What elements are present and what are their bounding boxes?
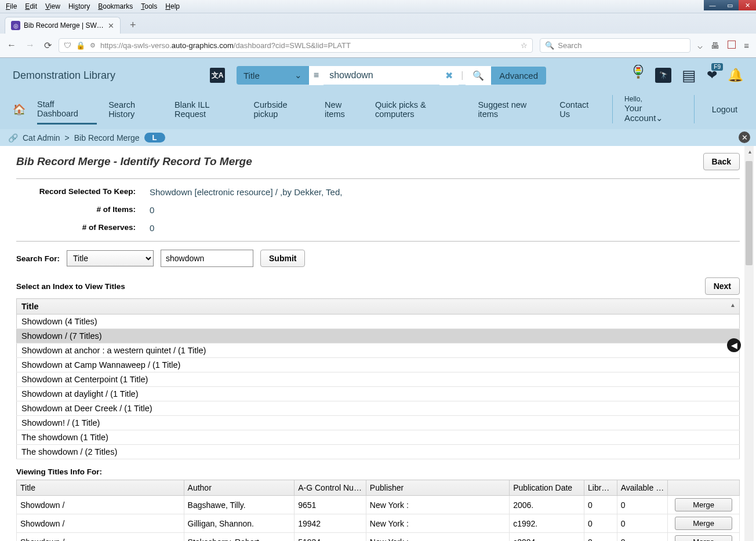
nav-staff-dashboard[interactable]: Staff Dashboard: [37, 100, 97, 125]
next-button[interactable]: Next: [705, 277, 740, 295]
index-row-text: Showdown at Deer Creek / (1 Title): [17, 401, 740, 416]
merge-button[interactable]: Merge: [675, 498, 732, 511]
scrollbar[interactable]: ▴: [744, 146, 754, 541]
search-for-type-select[interactable]: Title: [67, 250, 154, 266]
menu-history[interactable]: History: [65, 1, 93, 12]
search-for-input[interactable]: [161, 250, 253, 267]
titles-header-cell[interactable]: Title: [17, 480, 184, 496]
submit-button[interactable]: Submit: [260, 250, 305, 267]
menu-bookmarks[interactable]: Bookmarks: [94, 1, 136, 12]
search-go-icon[interactable]: 🔍: [466, 66, 491, 85]
favorites-icon[interactable]: ❤F9: [707, 68, 717, 83]
balloon-icon[interactable]: [632, 65, 645, 86]
viewing-label: Viewing Titles Info For:: [16, 467, 740, 476]
home-icon[interactable]: 🏠: [13, 103, 26, 116]
nav-curbside[interactable]: Curbside pickup: [253, 100, 313, 119]
catalog-search-input[interactable]: [324, 66, 439, 85]
table-cell: 2006.: [510, 496, 584, 514]
index-row[interactable]: Showdown (4 Titles): [17, 315, 740, 329]
merge-button[interactable]: Merge: [675, 535, 732, 541]
back-button[interactable]: ←: [7, 40, 16, 51]
nav-blank-ill[interactable]: Blank ILL Request: [175, 100, 242, 119]
titles-header-cell[interactable]: A-G Control Num...: [295, 480, 366, 496]
favicon-icon: ◎: [11, 21, 20, 30]
index-row[interactable]: Showdown at Deer Creek / (1 Title): [17, 401, 740, 416]
index-row[interactable]: Showdown at Centerpoint (1 Title): [17, 372, 740, 387]
merge-button[interactable]: Merge: [675, 517, 732, 530]
titles-table: TitleAuthorA-G Control Num...PublisherPu…: [16, 480, 740, 541]
table-cell: New York :: [366, 496, 509, 514]
binoculars-icon[interactable]: 🔭: [655, 68, 671, 83]
url-field[interactable]: 🛡 🔒 ⚙ https://qa-swls-verso.auto-graphic…: [59, 38, 533, 53]
scroll-up-icon[interactable]: ▴: [748, 148, 751, 155]
breadcrumb-part-1[interactable]: Cat Admin: [23, 133, 60, 142]
nav-suggest[interactable]: Suggest new items: [478, 100, 548, 119]
svg-rect-1: [637, 76, 639, 78]
index-header[interactable]: Title▲: [17, 299, 740, 315]
titles-header-cell[interactable]: Publication Date: [510, 480, 584, 496]
database-icon[interactable]: ≡: [309, 66, 324, 85]
index-row[interactable]: Showdown at anchor : a western quintet /…: [17, 343, 740, 358]
scroll-thumb[interactable]: [746, 161, 753, 265]
titles-header-cell[interactable]: Available It...: [617, 480, 668, 496]
hamburger-menu-icon[interactable]: ≡: [744, 41, 749, 51]
menu-tools[interactable]: Tools: [137, 1, 161, 12]
pocket-icon[interactable]: ⌵: [697, 41, 703, 51]
search-type-dropdown[interactable]: Title ⌄: [237, 66, 309, 85]
close-window-button[interactable]: ✕: [739, 0, 756, 10]
index-row[interactable]: Showdown / (7 Titles): [17, 329, 740, 343]
table-cell: c1992.: [510, 514, 584, 533]
security-badge-icon[interactable]: [728, 41, 736, 49]
browser-search-box[interactable]: 🔍 Search: [540, 38, 690, 53]
menu-help[interactable]: Help: [162, 1, 183, 12]
url-domain: auto-graphics.com: [172, 41, 234, 50]
nav-new-items[interactable]: New items: [325, 100, 364, 119]
menu-file[interactable]: File: [2, 1, 20, 12]
titles-header-cell[interactable]: [668, 480, 740, 496]
titles-header-cell[interactable]: Author: [184, 480, 295, 496]
window-controls: — ▭ ✕: [704, 0, 756, 10]
menu-view[interactable]: View: [42, 1, 64, 12]
close-tab-icon[interactable]: ✕: [108, 21, 114, 30]
index-row-text: Showdown / (7 Titles): [17, 329, 740, 343]
print-icon[interactable]: 🖶: [711, 41, 719, 51]
nav-contact[interactable]: Contact Us: [559, 100, 601, 119]
forward-button[interactable]: →: [26, 40, 35, 51]
menu-edit[interactable]: Edit: [21, 1, 41, 12]
nav-search-history[interactable]: Search History: [108, 100, 163, 119]
index-row[interactable]: Showdown at daylight / (1 Title): [17, 387, 740, 401]
minimize-button[interactable]: —: [704, 0, 721, 10]
titles-header-cell[interactable]: Library...: [584, 480, 617, 496]
main-nav: 🏠 Staff Dashboard Search History Blank I…: [13, 86, 743, 129]
close-panel-icon[interactable]: ✕: [739, 131, 750, 143]
reload-button[interactable]: ⟳: [44, 40, 52, 51]
advanced-search-button[interactable]: Advanced: [491, 67, 546, 85]
breadcrumb-part-2[interactable]: Bib Record Merge: [74, 133, 140, 142]
chevron-down-icon: ⌄: [295, 70, 302, 81]
maximize-button[interactable]: ▭: [721, 0, 739, 10]
index-row[interactable]: The showdown / (2 Titles): [17, 445, 740, 459]
table-row: Showdown /Stokesberry, Robert.51934New Y…: [17, 533, 740, 542]
table-cell: Showdown /: [17, 496, 184, 514]
list-view-icon[interactable]: ▤: [682, 67, 696, 85]
browser-chrome: — ▭ ✕ File Edit View History Bookmarks T…: [0, 0, 756, 58]
index-row-text: Showdown at Centerpoint (1 Title): [17, 372, 740, 387]
index-row[interactable]: The showdown (1 Title): [17, 430, 740, 445]
browser-tab[interactable]: ◎ Bib Record Merge | SWLS | platt ✕: [5, 17, 121, 34]
logout-link[interactable]: Logout: [706, 105, 743, 114]
nav-quick-picks[interactable]: Quick picks & computers: [375, 100, 466, 119]
index-row[interactable]: Showdown! / (1 Title): [17, 416, 740, 430]
table-cell: Bagshawe, Tilly.: [184, 496, 295, 514]
clear-search-icon[interactable]: ✖: [439, 66, 459, 85]
collapse-panel-icon[interactable]: ◀: [727, 338, 741, 352]
back-button[interactable]: Back: [703, 153, 740, 170]
index-label: Select an Index to View Titles: [16, 282, 125, 291]
translate-icon[interactable]: 文A: [210, 68, 225, 83]
notifications-icon[interactable]: 🔔: [728, 68, 743, 83]
browser-menu-bar: File Edit View History Bookmarks Tools H…: [0, 0, 756, 13]
new-tab-button[interactable]: +: [125, 19, 141, 31]
index-row[interactable]: Showdown at Camp Wannaweep / (1 Title): [17, 358, 740, 372]
titles-header-cell[interactable]: Publisher: [366, 480, 509, 496]
account-block[interactable]: Hello, Your Account⌄: [612, 95, 695, 123]
bookmark-star-icon[interactable]: ☆: [521, 41, 528, 50]
